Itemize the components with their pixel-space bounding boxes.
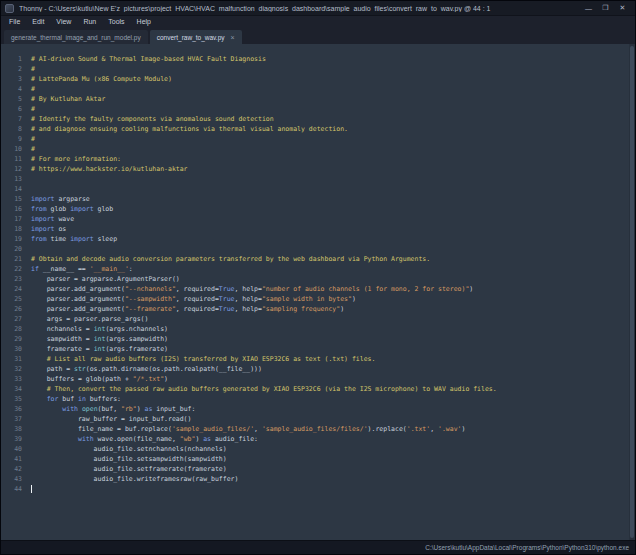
code-line[interactable]: #	[31, 64, 635, 74]
line-number: 14	[1, 184, 22, 194]
code-line[interactable]	[31, 484, 635, 494]
line-number: 7	[1, 114, 22, 124]
vertical-scrollbar[interactable]	[629, 44, 635, 540]
line-number: 33	[1, 374, 22, 384]
code-line[interactable]: audio_file.writeframesraw(raw_buffer)	[31, 474, 635, 484]
code-line[interactable]: import os	[31, 224, 635, 234]
code-line[interactable]: parser.add_argument("--sampwidth", requi…	[31, 294, 635, 304]
code-line[interactable]: #	[31, 144, 635, 154]
title-bar: Thonny - C:\Users\kutlu\New E'z_pictures…	[1, 1, 635, 15]
menu-item-help[interactable]: Help	[131, 18, 157, 25]
scrollbar-thumb[interactable]	[630, 46, 634, 538]
code-line[interactable]	[31, 184, 635, 194]
gutter: 1234567891011121314151617181920212223242…	[1, 54, 27, 540]
line-number: 18	[1, 224, 22, 234]
line-number: 19	[1, 234, 22, 244]
code-line[interactable]: with open(buf, "rb") as input_buf:	[31, 404, 635, 414]
code-line[interactable]: buffers = glob(path + "/*.txt")	[31, 374, 635, 384]
code-line[interactable]: parser.add_argument("--framerate", requi…	[31, 304, 635, 314]
code-line[interactable]: path = str(os.path.dirname(os.path.realp…	[31, 364, 635, 374]
line-number: 35	[1, 394, 22, 404]
status-bar: C:\Users\kutlu\AppData\Local\Programs\Py…	[1, 540, 635, 554]
code-line[interactable]: import argparse	[31, 194, 635, 204]
code-line[interactable]: import wave	[31, 214, 635, 224]
line-number: 38	[1, 424, 22, 434]
thonny-app-icon	[5, 4, 14, 13]
line-number: 34	[1, 384, 22, 394]
code-line[interactable]: # Identify the faulty components via ano…	[31, 114, 635, 124]
line-number: 5	[1, 94, 22, 104]
line-number: 3	[1, 74, 22, 84]
code-line[interactable]: args = parser.parse_args()	[31, 314, 635, 324]
line-number: 16	[1, 204, 22, 214]
line-number: 39	[1, 434, 22, 444]
window-controls: — ❐ ✕	[580, 2, 631, 14]
code-line[interactable]: for buf in buffers:	[31, 394, 635, 404]
line-number: 25	[1, 294, 22, 304]
code-line[interactable]: # Obtain and decode audio conversion par…	[31, 254, 635, 264]
code-line[interactable]: #	[31, 104, 635, 114]
code-line[interactable]: parser.add_argument("--nchannels", requi…	[31, 284, 635, 294]
editor[interactable]: 1234567891011121314151617181920212223242…	[1, 44, 635, 540]
menu-item-edit[interactable]: Edit	[26, 18, 50, 25]
code-line[interactable]: #	[31, 84, 635, 94]
code-line[interactable]: from glob import glob	[31, 204, 635, 214]
code-line[interactable]: # LattePanda Mu (x86 Compute Module)	[31, 74, 635, 84]
code-line[interactable]: file_name = buf.replace('sample_audio_fi…	[31, 424, 635, 434]
line-number: 36	[1, 404, 22, 414]
tab-label: convert_raw_to_wav.py	[157, 34, 225, 41]
code-line[interactable]: sampwidth = int(args.sampwidth)	[31, 334, 635, 344]
line-number: 31	[1, 354, 22, 364]
code-line[interactable]: # List all raw audio buffers (I2S) trans…	[31, 354, 635, 364]
code-line[interactable]	[31, 174, 635, 184]
code-line[interactable]: # AI-driven Sound & Thermal Image-based …	[31, 54, 635, 64]
line-number: 8	[1, 124, 22, 134]
code-line[interactable]: nchannels = int(args.nchannels)	[31, 324, 635, 334]
code-line[interactable]: from time import sleep	[31, 234, 635, 244]
line-number: 32	[1, 364, 22, 374]
menu-item-view[interactable]: View	[50, 18, 77, 25]
line-number: 4	[1, 84, 22, 94]
line-number: 11	[1, 154, 22, 164]
line-number: 15	[1, 194, 22, 204]
line-number: 40	[1, 444, 22, 454]
close-icon[interactable]: ✕	[614, 2, 631, 14]
code-line[interactable]: audio_file.setnchannels(nchannels)	[31, 444, 635, 454]
tab-convert_raw_to_wav.py[interactable]: convert_raw_to_wav.py×	[150, 30, 242, 44]
menu-item-run[interactable]: Run	[77, 18, 102, 25]
tab-label: generate_thermal_image_and_run_model.py	[11, 34, 141, 41]
code-line[interactable]: if __name__ == '__main__':	[31, 264, 635, 274]
code-line[interactable]: # and diagnose ensuing cooling malfuncti…	[31, 124, 635, 134]
code-line[interactable]: # Then, convert the passed raw audio buf…	[31, 384, 635, 394]
code-line[interactable]: # https://www.hackster.io/kutluhan-aktar	[31, 164, 635, 174]
code-line[interactable]: raw_buffer = input_buf.read()	[31, 414, 635, 424]
line-number: 44	[1, 484, 22, 494]
line-number: 27	[1, 314, 22, 324]
code-line[interactable]: #	[31, 134, 635, 144]
maximize-icon[interactable]: ❐	[597, 2, 614, 14]
minimize-icon[interactable]: —	[580, 2, 597, 14]
tab-generate_thermal_image_and_run_model.py[interactable]: generate_thermal_image_and_run_model.py	[4, 30, 148, 44]
line-number: 26	[1, 304, 22, 314]
line-number: 30	[1, 344, 22, 354]
code-lines: # AI-driven Sound & Thermal Image-based …	[27, 54, 635, 540]
menu-bar: FileEditViewRunToolsHelp	[1, 15, 635, 27]
line-number: 6	[1, 104, 22, 114]
menu-item-tools[interactable]: Tools	[102, 18, 130, 25]
line-number: 1	[1, 54, 22, 64]
window-title: Thonny - C:\Users\kutlu\New E'z_pictures…	[19, 5, 575, 12]
code-line[interactable]	[31, 244, 635, 254]
code-line[interactable]: audio_file.setsampwidth(sampwidth)	[31, 454, 635, 464]
code-line[interactable]: # By Kutluhan Aktar	[31, 94, 635, 104]
line-number: 22	[1, 264, 22, 274]
code-line[interactable]: # For more information:	[31, 154, 635, 164]
line-number: 13	[1, 174, 22, 184]
menu-item-file[interactable]: File	[3, 18, 26, 25]
code-line[interactable]: with wave.open(file_name, "wb") as audio…	[31, 434, 635, 444]
code-line[interactable]: parser = argparse.ArgumentParser()	[31, 274, 635, 284]
text-caret	[31, 485, 32, 493]
line-number: 37	[1, 414, 22, 424]
code-line[interactable]: framerate = int(args.framerate)	[31, 344, 635, 354]
tab-close-icon[interactable]: ×	[229, 34, 235, 41]
code-line[interactable]: audio_file.setframerate(framerate)	[31, 464, 635, 474]
